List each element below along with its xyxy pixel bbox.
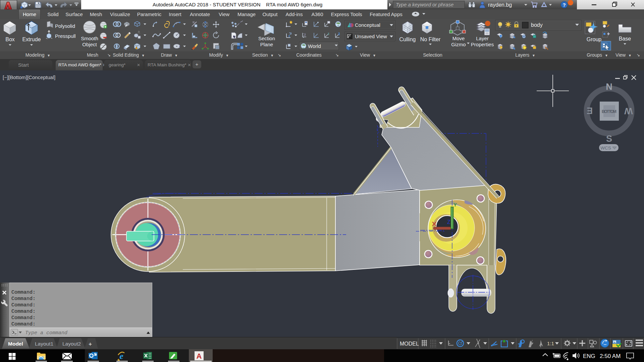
- svg-text:Group: Group: [587, 37, 602, 42]
- svg-text:BOTTOM: BOTTOM: [602, 109, 616, 114]
- svg-text:Smooth: Smooth: [81, 36, 98, 41]
- svg-text:Z: Z: [447, 219, 450, 225]
- svg-text:W: W: [624, 106, 633, 116]
- svg-text:Object: Object: [82, 42, 97, 47]
- svg-text:Properties: Properties: [471, 42, 494, 47]
- svg-text:x: x: [288, 34, 290, 38]
- svg-text:body: body: [531, 22, 543, 28]
- svg-text:Plane: Plane: [260, 42, 273, 47]
- svg-text:Type a keyword or phrase: Type a keyword or phrase: [396, 2, 453, 7]
- svg-text:Box: Box: [5, 37, 15, 42]
- svg-text:Presspull: Presspull: [55, 33, 76, 39]
- svg-text:Type a command: Type a command: [25, 330, 67, 336]
- svg-text:2:50 AM: 2:50 AM: [600, 353, 621, 359]
- svg-text:?: ?: [562, 2, 566, 8]
- svg-text:3: 3: [338, 32, 340, 36]
- svg-text:+: +: [89, 341, 92, 347]
- svg-text:Gizmo: Gizmo: [451, 42, 466, 47]
- svg-text:Polysolid: Polysolid: [55, 23, 75, 29]
- svg-text:Layout2: Layout2: [62, 341, 81, 347]
- svg-text:No Filter: No Filter: [420, 37, 441, 42]
- svg-text:S: S: [606, 134, 612, 144]
- svg-text:rayden.bg: rayden.bg: [488, 2, 512, 8]
- svg-text:z: z: [328, 32, 329, 36]
- svg-text:Y: Y: [453, 202, 457, 207]
- svg-text:Culling: Culling: [399, 37, 416, 42]
- svg-text:World: World: [308, 43, 321, 49]
- svg-text:WCS: WCS: [600, 145, 611, 150]
- svg-text:A: A: [197, 352, 202, 360]
- svg-text:Base: Base: [619, 36, 631, 42]
- svg-text:Move: Move: [452, 36, 465, 41]
- svg-text:N: N: [606, 82, 612, 92]
- svg-text:Section: Section: [258, 36, 275, 41]
- svg-text:Conceptual: Conceptual: [355, 22, 380, 28]
- svg-text:E: E: [587, 106, 593, 116]
- svg-text:Extrude: Extrude: [22, 37, 41, 42]
- svg-text:Layout1: Layout1: [35, 341, 53, 347]
- svg-text:Model: Model: [8, 341, 23, 347]
- svg-text:ENG: ENG: [583, 353, 595, 359]
- svg-text:Unsaved View: Unsaved View: [355, 34, 387, 39]
- svg-text:MODEL: MODEL: [400, 341, 419, 347]
- svg-text:Layer: Layer: [476, 36, 489, 41]
- svg-text:[−][Bottom][Conceptual]: [−][Bottom][Conceptual]: [3, 74, 55, 80]
- svg-text:1:1: 1:1: [547, 341, 554, 346]
